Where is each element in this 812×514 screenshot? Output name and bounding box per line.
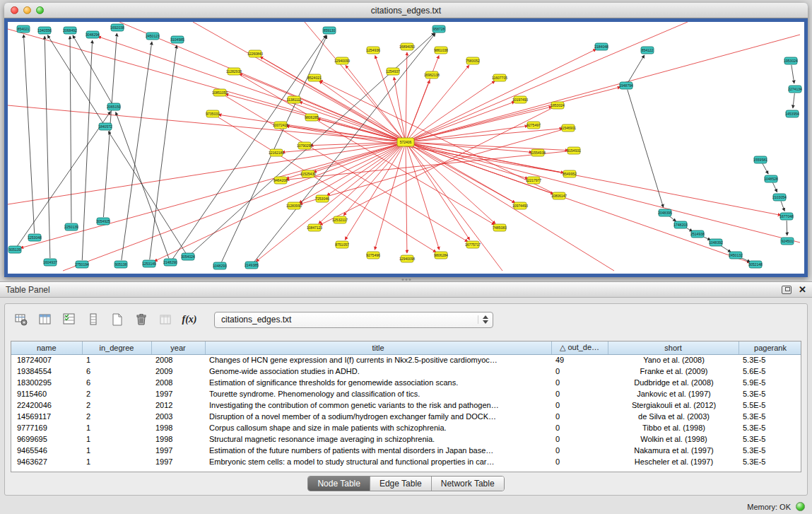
graph-node[interactable]: 2103054 (772, 194, 787, 201)
splitter-handle[interactable] (401, 278, 411, 281)
graph-node[interactable]: 854021 (17, 25, 30, 33)
graph-node[interactable]: 16775717 (465, 241, 481, 248)
graph-node[interactable]: 3052148 (748, 261, 763, 268)
graph-node[interactable]: 2065150 (107, 103, 121, 110)
graph-node[interactable]: 3048294 (86, 31, 100, 38)
graph-node[interactable]: 2148290 (163, 259, 177, 266)
graph-node[interactable]: 2250139 (64, 223, 78, 230)
graph-node[interactable]: 2068492 (63, 27, 77, 34)
graph-node[interactable]: 3104985 (170, 36, 184, 43)
float-panel-icon[interactable] (782, 286, 792, 294)
table-settings-icon[interactable] (12, 310, 30, 329)
table-chooser-select[interactable]: citations_edges.txt (214, 312, 493, 328)
graph-node[interactable]: 2450132 (729, 252, 743, 259)
graph-node[interactable]: 9154931 (567, 147, 581, 154)
graph-node[interactable]: 12217977 (526, 177, 541, 184)
graph-node[interactable]: 1559581 (753, 156, 767, 163)
tab-edge-table[interactable]: Edge Table (370, 477, 432, 491)
graph-node[interactable]: 10806147 (551, 192, 567, 199)
graph-node[interactable]: 12162181 (269, 149, 284, 156)
table-row[interactable]: 2242004622012Investigating the contribut… (11, 399, 801, 411)
column-header-short[interactable]: short (608, 341, 739, 354)
graph-node[interactable]: 11283990 (286, 202, 302, 209)
select-rows-icon[interactable] (60, 310, 78, 329)
graph-node[interactable]: 7485083 (493, 224, 507, 231)
graph-node[interactable]: 1340556 (37, 27, 52, 34)
graph-node[interactable]: 1692038 (110, 24, 124, 31)
graph-node[interactable]: 1748203 (673, 221, 688, 228)
graph-node[interactable]: 2184048 (594, 43, 608, 50)
graph-node[interactable]: 958728 (433, 25, 445, 33)
graph-node[interactable]: 7583052 (466, 57, 480, 64)
graph-node[interactable]: 1048528 (764, 175, 778, 182)
graph-node[interactable]: 854122 (641, 47, 654, 54)
column-header-name[interactable]: name (11, 341, 82, 354)
graph-node[interactable]: 1254937 (386, 68, 400, 75)
graph-node[interactable]: 8549952 (563, 170, 577, 177)
graph-node[interactable]: 9806285 (305, 114, 319, 121)
graph-node[interactable]: 12940098 (399, 255, 415, 262)
close-panel-icon[interactable]: ✕ (799, 286, 806, 294)
graph-node[interactable]: 3054925 (96, 218, 110, 225)
network-view[interactable]: 5724061155493812217977109744937485083167… (4, 18, 808, 277)
graph-node[interactable]: 10847123 (307, 224, 322, 231)
graph-node[interactable]: 859130 (323, 27, 336, 34)
table-row[interactable]: 969969511998Structural magnetic resonanc… (11, 433, 801, 445)
graph-node[interactable]: 16894050 (399, 43, 415, 50)
graph-node[interactable]: 11546901 (560, 124, 576, 132)
graph-node[interactable]: 10072428 (273, 122, 288, 129)
graph-node[interactable]: 1048293 (213, 262, 227, 269)
graph-node[interactable]: 1948794 (619, 82, 633, 89)
graph-node[interactable]: 2514938 (690, 230, 705, 238)
network-canvas[interactable]: 5724061155493812217977109744937485083167… (8, 22, 804, 274)
graph-node[interactable]: 9464208 (273, 177, 288, 184)
table-row[interactable]: 1830029562008Estimation of significance … (11, 377, 801, 388)
graph-node[interactable]: 1677048 (779, 213, 794, 220)
function-icon[interactable]: f(x) (180, 310, 199, 329)
graph-node[interactable]: 1253048 (28, 234, 42, 241)
graph-node[interactable]: 2149385 (245, 262, 259, 269)
tab-node-table[interactable]: Node Table (308, 477, 370, 491)
graph-node[interactable]: 572406 (397, 138, 414, 146)
table-row[interactable]: 1938455462009Genome-wide association stu… (11, 366, 801, 377)
table-row[interactable]: 977716911998Corpus callosum shape and si… (11, 422, 801, 433)
graph-node[interactable]: 11381111 (287, 96, 302, 103)
tab-network-table[interactable]: Network Table (432, 477, 504, 491)
graph-node[interactable]: 1253149 (142, 260, 156, 267)
graph-node[interactable]: 11607705 (492, 74, 507, 81)
delete-table-icon[interactable] (132, 310, 151, 329)
graph-node[interactable]: 10851053 (212, 89, 228, 96)
table-row[interactable]: 946362711997Embryonic stem cells: a mode… (11, 456, 801, 467)
table-row[interactable]: 1872400712008Changes of HCN gene express… (11, 354, 801, 366)
graph-node[interactable]: 1853024 (551, 102, 565, 109)
table-row[interactable]: 946554611997Estimation of the future num… (11, 445, 801, 456)
table-row[interactable]: 1456911722003Disruption of a novel membe… (11, 411, 801, 422)
column-header-in_degree[interactable]: in_degree (82, 341, 151, 354)
graph-node[interactable]: 8524021 (307, 74, 322, 81)
graph-node[interactable]: 1453954 (785, 110, 799, 117)
graph-node[interactable]: 1254936 (366, 47, 380, 54)
graph-node[interactable]: 9861038 (434, 47, 448, 54)
column-header-title[interactable]: title (205, 341, 551, 354)
show-columns-icon[interactable] (36, 310, 54, 329)
graph-node[interactable]: 11282938 (226, 68, 242, 75)
graph-node[interactable]: 3054024 (181, 253, 195, 260)
graph-node[interactable]: 12940099 (334, 57, 350, 64)
new-table-icon[interactable] (108, 310, 126, 329)
graph-node[interactable]: 10197493 (512, 96, 528, 103)
graph-node[interactable]: 7253046 (315, 195, 329, 202)
graph-node[interactable]: 12260843 (247, 50, 263, 57)
graph-node[interactable]: 8751057 (335, 241, 349, 248)
graph-node[interactable]: 9806284 (434, 252, 448, 259)
column-header-year[interactable]: year (151, 341, 205, 354)
network-window-titlebar[interactable]: citations_edges.txt (4, 3, 808, 18)
graph-node[interactable]: 9735031 (206, 110, 220, 117)
graph-node[interactable]: 11554938 (530, 149, 546, 156)
graph-node[interactable]: 16962138 (424, 71, 440, 78)
graph-node[interactable]: 2450123 (146, 33, 160, 40)
graph-node[interactable]: 1048392 (709, 239, 723, 246)
graph-node[interactable]: 11525430 (300, 170, 316, 177)
column-header-pagerank[interactable]: pagerank (739, 341, 801, 354)
graph-node[interactable]: 9275497 (526, 122, 541, 129)
graph-node[interactable]: 2274134 (788, 86, 802, 93)
